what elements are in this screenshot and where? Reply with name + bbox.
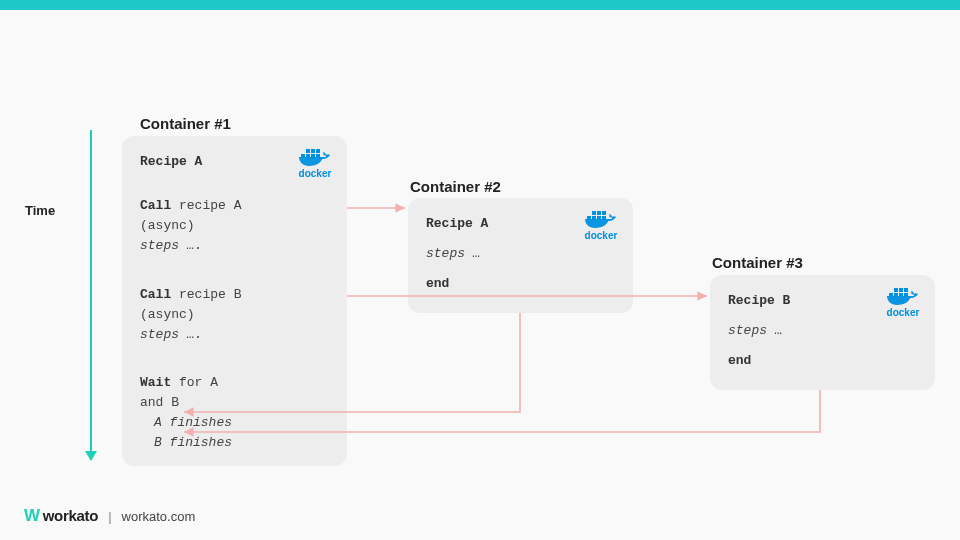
code-line: A finishes bbox=[140, 413, 329, 433]
container-2-box: Recipe A docker steps … end bbox=[408, 198, 633, 313]
code-line: (async) bbox=[140, 305, 329, 325]
code-line: end bbox=[426, 274, 615, 294]
docker-label: docker bbox=[585, 228, 618, 244]
code-line: and B bbox=[140, 393, 329, 413]
code-line: steps … bbox=[728, 321, 917, 341]
docker-logo: docker bbox=[297, 146, 333, 182]
svg-rect-18 bbox=[894, 288, 898, 292]
code-line: Call recipe A bbox=[140, 196, 329, 216]
footer: Wworkato | workato.com bbox=[24, 506, 195, 526]
container-3-box: Recipe B docker steps … end bbox=[710, 275, 935, 390]
docker-label: docker bbox=[299, 166, 332, 182]
container-3-label: Container #3 bbox=[712, 254, 803, 271]
docker-logo: docker bbox=[583, 208, 619, 244]
svg-rect-19 bbox=[899, 288, 903, 292]
docker-icon bbox=[297, 146, 333, 168]
svg-rect-5 bbox=[311, 149, 315, 153]
docker-logo: docker bbox=[885, 285, 921, 321]
time-axis-label: Time bbox=[25, 203, 55, 218]
svg-rect-13 bbox=[602, 211, 606, 215]
container-1-box: Recipe A docker Call recipe A (async) st… bbox=[122, 136, 347, 466]
code-line: Call recipe B bbox=[140, 285, 329, 305]
svg-rect-4 bbox=[306, 149, 310, 153]
footer-separator: | bbox=[108, 509, 111, 524]
footer-url: workato.com bbox=[122, 509, 196, 524]
code-line: (async) bbox=[140, 216, 329, 236]
svg-rect-11 bbox=[592, 211, 596, 215]
docker-icon bbox=[885, 285, 921, 307]
brand-logo: Wworkato bbox=[24, 506, 98, 526]
code-line: steps … bbox=[426, 244, 615, 264]
top-accent-bar bbox=[0, 0, 960, 10]
container-1-label: Container #1 bbox=[140, 115, 231, 132]
code-line: steps …. bbox=[140, 325, 329, 345]
container-2-label: Container #2 bbox=[410, 178, 501, 195]
code-line: B finishes bbox=[140, 433, 329, 453]
svg-rect-6 bbox=[316, 149, 320, 153]
code-line: Wait for A bbox=[140, 373, 329, 393]
code-line: steps …. bbox=[140, 236, 329, 256]
docker-icon bbox=[583, 208, 619, 230]
svg-rect-12 bbox=[597, 211, 601, 215]
code-line: end bbox=[728, 351, 917, 371]
time-axis-arrow bbox=[90, 130, 92, 460]
docker-label: docker bbox=[887, 305, 920, 321]
svg-rect-20 bbox=[904, 288, 908, 292]
